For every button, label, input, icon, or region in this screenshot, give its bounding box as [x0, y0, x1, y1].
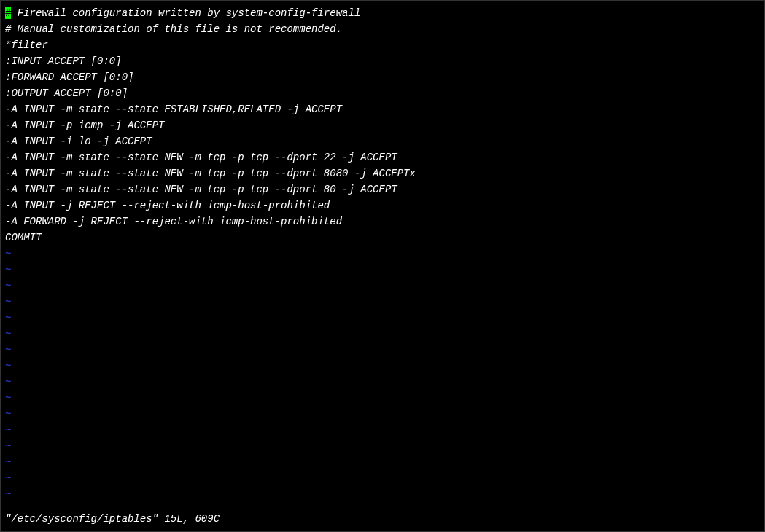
- empty-line-marker: ~: [5, 390, 760, 406]
- file-line: -A INPUT -m state --state NEW -m tcp -p …: [5, 165, 760, 181]
- empty-line-marker: ~: [5, 486, 760, 502]
- file-line: -A INPUT -p icmp -j ACCEPT: [5, 117, 760, 133]
- empty-line-marker: ~: [5, 470, 760, 486]
- empty-line-marker: ~: [5, 374, 760, 390]
- file-line: -A INPUT -m state --state NEW -m tcp -p …: [5, 149, 760, 165]
- empty-line-marker: ~: [5, 262, 760, 278]
- empty-line-marker: ~: [5, 406, 760, 422]
- terminal-window[interactable]: # Firewall configuration written by syst…: [1, 1, 764, 531]
- file-line: -A INPUT -j REJECT --reject-with icmp-ho…: [5, 197, 760, 214]
- empty-line-marker: ~: [5, 326, 760, 342]
- file-line: # Manual customization of this file is n…: [5, 21, 760, 37]
- file-line: # Firewall configuration written by syst…: [5, 5, 760, 21]
- file-line: -A INPUT -m state --state ESTABLISHED,RE…: [5, 101, 760, 117]
- empty-line-marker: ~: [5, 358, 760, 374]
- file-line: :OUTPUT ACCEPT [0:0]: [5, 85, 760, 101]
- empty-line-marker: ~: [5, 342, 760, 358]
- empty-line-marker: ~: [5, 246, 760, 262]
- empty-line-marker: ~: [5, 294, 760, 310]
- file-line: :FORWARD ACCEPT [0:0]: [5, 69, 760, 85]
- empty-line-marker: ~: [5, 310, 760, 326]
- editor-content[interactable]: # Firewall configuration written by syst…: [5, 5, 760, 511]
- file-line: :INPUT ACCEPT [0:0]: [5, 53, 760, 69]
- empty-line-marker: ~: [5, 278, 760, 294]
- file-line: COMMIT: [5, 230, 760, 246]
- file-line: -A INPUT -m state --state NEW -m tcp -p …: [5, 181, 760, 197]
- empty-line-marker: ~: [5, 454, 760, 470]
- empty-line-marker: ~: [5, 422, 760, 438]
- file-line: *filter: [5, 37, 760, 53]
- line-text: Firewall configuration written by system…: [11, 7, 360, 19]
- empty-line-marker: ~: [5, 438, 760, 454]
- vim-status-bar: "/etc/sysconfig/iptables" 15L, 609C: [5, 511, 760, 527]
- file-line: -A INPUT -i lo -j ACCEPT: [5, 133, 760, 149]
- file-line: -A FORWARD -j REJECT --reject-with icmp-…: [5, 214, 760, 230]
